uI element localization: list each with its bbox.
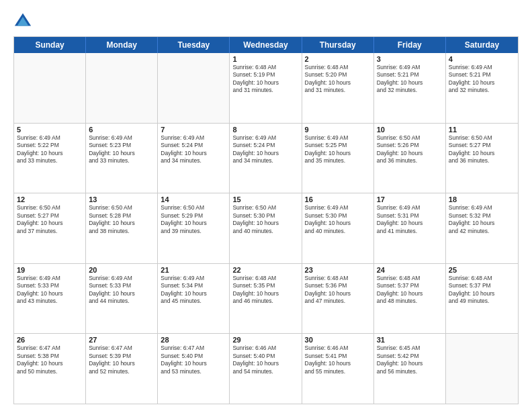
day-cell: 30Sunrise: 6:46 AM Sunset: 5:41 PM Dayli… (302, 334, 374, 404)
week-row-2: 5Sunrise: 6:49 AM Sunset: 5:22 PM Daylig… (14, 123, 518, 193)
day-header-tuesday: Tuesday (158, 37, 230, 53)
day-cell (158, 53, 230, 123)
day-info: Sunrise: 6:45 AM Sunset: 5:42 PM Dayligh… (377, 345, 443, 375)
day-number: 25 (449, 266, 515, 274)
day-header-sunday: Sunday (14, 37, 86, 53)
day-number: 27 (89, 336, 154, 344)
day-info: Sunrise: 6:47 AM Sunset: 5:40 PM Dayligh… (161, 345, 226, 375)
day-info: Sunrise: 6:48 AM Sunset: 5:35 PM Dayligh… (232, 275, 298, 306)
day-cell: 9Sunrise: 6:49 AM Sunset: 5:25 PM Daylig… (302, 124, 374, 193)
day-cell: 27Sunrise: 6:47 AM Sunset: 5:39 PM Dayli… (86, 334, 158, 404)
day-cell: 20Sunrise: 6:49 AM Sunset: 5:33 PM Dayli… (86, 264, 158, 334)
day-cell: 1Sunrise: 6:48 AM Sunset: 5:19 PM Daylig… (230, 53, 302, 123)
day-headers: SundayMondayTuesdayWednesdayThursdayFrid… (14, 37, 518, 53)
day-number: 23 (305, 266, 371, 274)
day-info: Sunrise: 6:49 AM Sunset: 5:33 PM Dayligh… (17, 275, 83, 306)
day-info: Sunrise: 6:49 AM Sunset: 5:34 PM Dayligh… (161, 275, 226, 306)
day-header-wednesday: Wednesday (230, 37, 302, 53)
day-info: Sunrise: 6:50 AM Sunset: 5:26 PM Dayligh… (377, 134, 443, 165)
week-row-1: 1Sunrise: 6:48 AM Sunset: 5:19 PM Daylig… (14, 53, 518, 123)
day-info: Sunrise: 6:49 AM Sunset: 5:22 PM Dayligh… (17, 134, 83, 165)
day-number: 20 (89, 266, 154, 274)
day-number: 9 (305, 126, 371, 134)
day-cell (86, 53, 158, 123)
day-info: Sunrise: 6:47 AM Sunset: 5:39 PM Dayligh… (89, 345, 154, 375)
calendar: SundayMondayTuesdayWednesdayThursdayFrid… (13, 36, 519, 404)
day-cell: 14Sunrise: 6:50 AM Sunset: 5:29 PM Dayli… (158, 193, 230, 263)
day-cell: 24Sunrise: 6:48 AM Sunset: 5:37 PM Dayli… (374, 264, 446, 334)
day-info: Sunrise: 6:49 AM Sunset: 5:33 PM Dayligh… (89, 275, 154, 306)
week-row-4: 19Sunrise: 6:49 AM Sunset: 5:33 PM Dayli… (14, 263, 518, 334)
day-cell: 26Sunrise: 6:47 AM Sunset: 5:38 PM Dayli… (14, 334, 86, 404)
day-cell: 21Sunrise: 6:49 AM Sunset: 5:34 PM Dayli… (158, 264, 230, 334)
day-number: 10 (377, 126, 443, 134)
day-cell: 18Sunrise: 6:49 AM Sunset: 5:32 PM Dayli… (446, 193, 518, 263)
day-cell: 2Sunrise: 6:48 AM Sunset: 5:20 PM Daylig… (302, 53, 374, 123)
day-number: 4 (449, 55, 515, 63)
day-cell: 22Sunrise: 6:48 AM Sunset: 5:35 PM Dayli… (230, 264, 302, 334)
day-cell: 6Sunrise: 6:49 AM Sunset: 5:23 PM Daylig… (86, 124, 158, 193)
day-info: Sunrise: 6:50 AM Sunset: 5:29 PM Dayligh… (161, 204, 226, 235)
day-number: 18 (449, 195, 515, 203)
day-cell (14, 53, 86, 123)
day-info: Sunrise: 6:49 AM Sunset: 5:23 PM Dayligh… (89, 134, 154, 165)
day-info: Sunrise: 6:49 AM Sunset: 5:21 PM Dayligh… (377, 64, 443, 95)
day-info: Sunrise: 6:48 AM Sunset: 5:19 PM Dayligh… (232, 64, 298, 95)
day-number: 2 (305, 55, 371, 63)
day-cell (446, 334, 518, 404)
day-cell: 13Sunrise: 6:50 AM Sunset: 5:28 PM Dayli… (86, 193, 158, 263)
day-number: 31 (377, 336, 443, 344)
day-number: 14 (161, 195, 226, 203)
weeks: 1Sunrise: 6:48 AM Sunset: 5:19 PM Daylig… (14, 53, 518, 404)
day-header-saturday: Saturday (446, 37, 518, 53)
day-number: 22 (232, 266, 298, 274)
day-number: 21 (161, 266, 226, 274)
day-info: Sunrise: 6:46 AM Sunset: 5:41 PM Dayligh… (305, 345, 371, 375)
header (13, 11, 519, 30)
day-header-monday: Monday (86, 37, 158, 53)
day-cell: 11Sunrise: 6:50 AM Sunset: 5:27 PM Dayli… (446, 124, 518, 193)
day-number: 7 (161, 126, 226, 134)
day-info: Sunrise: 6:50 AM Sunset: 5:27 PM Dayligh… (17, 204, 83, 235)
day-number: 12 (17, 195, 83, 203)
day-info: Sunrise: 6:48 AM Sunset: 5:37 PM Dayligh… (449, 275, 515, 306)
logo-icon (13, 11, 32, 30)
day-cell: 7Sunrise: 6:49 AM Sunset: 5:24 PM Daylig… (158, 124, 230, 193)
day-cell: 28Sunrise: 6:47 AM Sunset: 5:40 PM Dayli… (158, 334, 230, 404)
week-row-3: 12Sunrise: 6:50 AM Sunset: 5:27 PM Dayli… (14, 193, 518, 263)
day-number: 11 (449, 126, 515, 134)
day-cell: 19Sunrise: 6:49 AM Sunset: 5:33 PM Dayli… (14, 264, 86, 334)
day-info: Sunrise: 6:46 AM Sunset: 5:40 PM Dayligh… (232, 345, 298, 375)
day-info: Sunrise: 6:49 AM Sunset: 5:32 PM Dayligh… (449, 204, 515, 235)
day-header-thursday: Thursday (302, 37, 374, 53)
day-cell: 23Sunrise: 6:48 AM Sunset: 5:36 PM Dayli… (302, 264, 374, 334)
day-number: 19 (17, 266, 83, 274)
day-cell: 12Sunrise: 6:50 AM Sunset: 5:27 PM Dayli… (14, 193, 86, 263)
day-info: Sunrise: 6:48 AM Sunset: 5:37 PM Dayligh… (377, 275, 443, 306)
day-header-friday: Friday (374, 37, 446, 53)
day-number: 28 (161, 336, 226, 344)
day-number: 13 (89, 195, 154, 203)
day-number: 24 (377, 266, 443, 274)
day-cell: 17Sunrise: 6:49 AM Sunset: 5:31 PM Dayli… (374, 193, 446, 263)
day-number: 26 (17, 336, 83, 344)
day-info: Sunrise: 6:49 AM Sunset: 5:25 PM Dayligh… (305, 134, 371, 165)
day-number: 5 (17, 126, 83, 134)
day-info: Sunrise: 6:50 AM Sunset: 5:28 PM Dayligh… (89, 204, 154, 235)
day-cell: 4Sunrise: 6:49 AM Sunset: 5:21 PM Daylig… (446, 53, 518, 123)
day-number: 30 (305, 336, 371, 344)
day-cell: 16Sunrise: 6:49 AM Sunset: 5:30 PM Dayli… (302, 193, 374, 263)
day-cell: 25Sunrise: 6:48 AM Sunset: 5:37 PM Dayli… (446, 264, 518, 334)
day-info: Sunrise: 6:47 AM Sunset: 5:38 PM Dayligh… (17, 345, 83, 375)
day-number: 3 (377, 55, 443, 63)
day-info: Sunrise: 6:49 AM Sunset: 5:30 PM Dayligh… (305, 204, 371, 235)
day-cell: 15Sunrise: 6:50 AM Sunset: 5:30 PM Dayli… (230, 193, 302, 263)
day-info: Sunrise: 6:50 AM Sunset: 5:30 PM Dayligh… (232, 204, 298, 235)
day-info: Sunrise: 6:48 AM Sunset: 5:36 PM Dayligh… (305, 275, 371, 306)
logo (13, 11, 35, 30)
day-number: 1 (232, 55, 298, 63)
day-info: Sunrise: 6:48 AM Sunset: 5:20 PM Dayligh… (305, 64, 371, 95)
week-row-5: 26Sunrise: 6:47 AM Sunset: 5:38 PM Dayli… (14, 333, 518, 404)
page: SundayMondayTuesdayWednesdayThursdayFrid… (0, 0, 532, 411)
day-cell: 3Sunrise: 6:49 AM Sunset: 5:21 PM Daylig… (374, 53, 446, 123)
